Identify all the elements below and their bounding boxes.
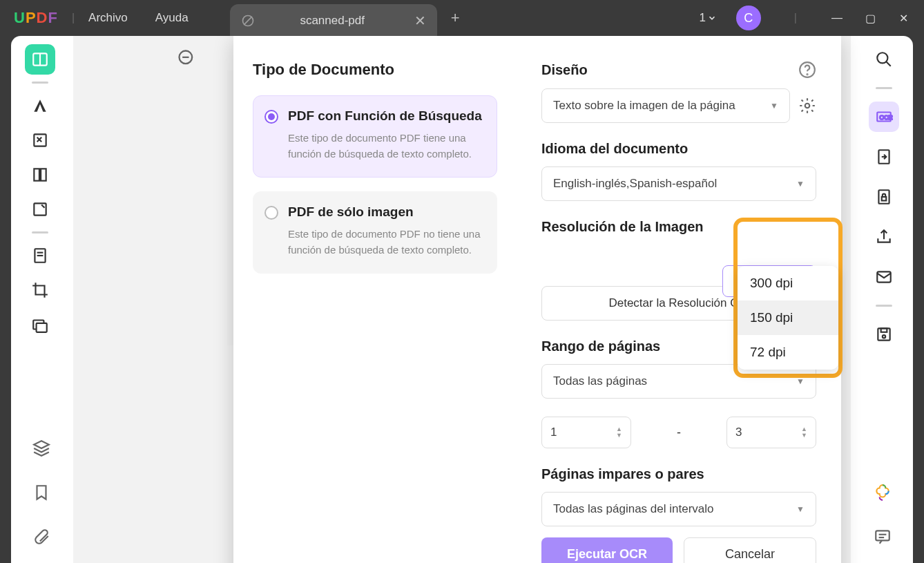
gear-icon[interactable] <box>798 97 816 115</box>
page-indicator[interactable]: 1 <box>699 11 716 25</box>
spinner-icon[interactable]: ▲▼ <box>801 426 807 439</box>
svg-rect-25 <box>876 531 889 540</box>
oddeven-select[interactable]: Todas las páginas del intervalo ▼ <box>541 492 816 526</box>
spinner-icon[interactable]: ▲▼ <box>616 426 622 439</box>
caret-down-icon: ▼ <box>796 179 805 189</box>
share-tool[interactable] <box>869 222 899 252</box>
separator <box>876 87 892 89</box>
ocr-tool[interactable]: OCR <box>869 102 899 132</box>
caret-down-icon: ▼ <box>796 504 805 514</box>
svg-rect-6 <box>41 169 46 180</box>
oddeven-value: Todas las páginas del intervalo <box>553 502 713 516</box>
titlebar: UPDF | Archivo Ayuda scanned-pdf ✕ + 1 C… <box>0 0 924 36</box>
range-from-input[interactable]: 1 ▲▼ <box>541 417 631 448</box>
save-tool[interactable] <box>869 319 899 350</box>
oddeven-label: Páginas impares o pares <box>541 466 816 482</box>
dropdown-item-150[interactable]: 150 dpi <box>738 300 838 335</box>
doc-type-searchable[interactable]: PDF con Función de Búsqueda Este tipo de… <box>253 95 497 178</box>
design-value: Texto sobre la imagen de la página <box>553 99 735 113</box>
reader-tool[interactable] <box>25 44 55 75</box>
right-toolbar: OCR <box>859 44 909 350</box>
page-range-value: Todas las páginas <box>553 374 647 388</box>
doc-type-image-only[interactable]: PDF de sólo imagen Este tipo de document… <box>253 191 497 274</box>
left-toolbar <box>15 44 65 344</box>
crop-tool[interactable] <box>25 275 55 305</box>
bookmark-tool[interactable] <box>26 477 57 508</box>
protect-tool[interactable] <box>869 182 899 212</box>
svg-line-15 <box>886 61 891 66</box>
menu-help[interactable]: Ayuda <box>155 11 189 25</box>
svg-rect-20 <box>882 197 887 200</box>
svg-marker-13 <box>34 441 49 448</box>
zoom-out-icon[interactable] <box>177 48 196 68</box>
form-tool[interactable] <box>25 240 55 271</box>
svg-line-1 <box>244 17 252 25</box>
convert-tool[interactable] <box>869 142 899 172</box>
close-button[interactable]: ✕ <box>896 12 910 25</box>
ai-tool[interactable] <box>867 477 898 508</box>
radio-icon <box>264 206 278 220</box>
svg-point-24 <box>883 335 885 338</box>
separator: | <box>794 12 797 24</box>
tab-title: scanned-pdf <box>264 14 401 28</box>
language-value: English-inglés,Spanish-español <box>553 177 717 191</box>
document-tab[interactable]: scanned-pdf ✕ <box>230 4 437 37</box>
resolution-dropdown: 300 dpi 150 dpi 72 dpi <box>738 266 838 370</box>
lang-label: Idioma del documento <box>541 141 816 157</box>
dropdown-item-300[interactable]: 300 dpi <box>738 266 838 300</box>
user-avatar[interactable]: C <box>736 6 761 30</box>
design-label: Diseño <box>541 61 816 79</box>
caret-down-icon: ▼ <box>770 101 778 111</box>
svg-rect-23 <box>881 328 887 332</box>
language-select[interactable]: English-inglés,Spanish-español ▼ <box>541 166 816 201</box>
run-ocr-button[interactable]: Ejecutar OCR <box>541 537 673 563</box>
svg-point-31 <box>807 74 807 75</box>
help-icon[interactable] <box>798 61 816 79</box>
email-tool[interactable] <box>869 262 899 292</box>
svg-point-14 <box>877 53 887 63</box>
separator <box>32 231 48 233</box>
minimize-button[interactable]: — <box>830 12 844 24</box>
separator: | <box>72 12 75 24</box>
doc-type-searchable-desc: Este tipo de documento PDF tiene una fun… <box>288 131 483 162</box>
caret-down-icon: ▼ <box>796 376 805 386</box>
range-to-input[interactable]: 3 ▲▼ <box>726 417 816 448</box>
separator <box>876 305 892 307</box>
svg-text:OCR: OCR <box>880 114 893 121</box>
doc-type-heading: Tipo de Documento <box>253 61 497 79</box>
radio-icon <box>264 110 278 124</box>
pages-tool[interactable] <box>25 160 55 190</box>
doc-type-image-title: PDF de sólo imagen <box>288 204 483 220</box>
tab-eye-off-icon <box>241 14 255 28</box>
highlight-tool[interactable] <box>25 90 55 121</box>
svg-rect-5 <box>34 169 39 180</box>
svg-rect-7 <box>34 203 46 215</box>
maximize-button[interactable]: ▢ <box>863 12 877 25</box>
range-dash: - <box>644 426 714 440</box>
new-tab-button[interactable]: + <box>451 9 460 27</box>
doc-type-image-desc: Este tipo de documento PDF no tiene una … <box>288 227 483 258</box>
redact-tool[interactable] <box>25 309 55 340</box>
layers-tool[interactable] <box>26 433 57 464</box>
separator <box>32 82 48 84</box>
edit-tool[interactable] <box>25 125 55 155</box>
tab-close-icon[interactable]: ✕ <box>414 12 426 29</box>
dropdown-item-72[interactable]: 72 dpi <box>738 335 838 370</box>
svg-rect-12 <box>37 323 47 332</box>
comment-tool[interactable] <box>867 522 898 552</box>
resolution-dropdown-highlight: 300 dpi 150 dpi 72 dpi <box>733 218 843 378</box>
attachment-tool[interactable] <box>26 522 57 552</box>
design-select[interactable]: Texto sobre la imagen de la página ▼ <box>541 88 790 123</box>
cancel-button[interactable]: Cancelar <box>684 537 816 563</box>
fill-tool[interactable] <box>25 194 55 225</box>
doc-type-searchable-title: PDF con Función de Búsqueda <box>288 108 483 124</box>
search-tool[interactable] <box>869 44 899 75</box>
svg-point-32 <box>805 104 810 108</box>
menu-file[interactable]: Archivo <box>88 11 128 25</box>
app-logo: UPDF <box>14 9 58 27</box>
